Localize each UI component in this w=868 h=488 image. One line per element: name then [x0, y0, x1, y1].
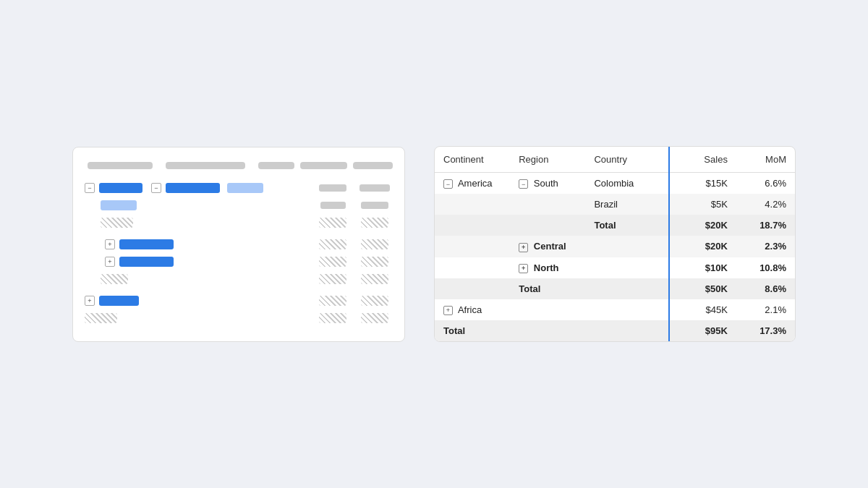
- col1-row1: [315, 184, 351, 192]
- td-mom-brazil: 4.2%: [736, 194, 795, 215]
- region-south-label: South: [534, 178, 558, 189]
- table-body: − America − South Colombia $15K 6.6% Bra…: [435, 173, 795, 341]
- td-sales-brazil: $5K: [669, 194, 736, 215]
- col1-row2: [315, 202, 351, 209]
- bar-america: [99, 183, 142, 193]
- td-sales-north: $10K: [669, 257, 736, 278]
- bar-south-light: [227, 183, 263, 193]
- toggle-north-icon[interactable]: +: [519, 264, 528, 273]
- toggle-america[interactable]: −: [85, 183, 95, 193]
- lp-row-central: +: [85, 236, 393, 253]
- td-sales-central: $20K: [669, 236, 736, 257]
- continent-africa-label: Africa: [458, 304, 482, 315]
- col-hatched-1: [319, 218, 346, 228]
- lp-cols-row7: [315, 296, 393, 306]
- td-sales-south-total: $20K: [669, 215, 736, 236]
- col2-row2: [357, 202, 393, 209]
- toggle-south[interactable]: −: [151, 183, 161, 193]
- th-region: Region: [510, 147, 585, 173]
- table-row-north: + North $10K 10.8%: [435, 257, 795, 278]
- toggle-africa-icon[interactable]: +: [443, 306, 453, 315]
- col-hatched-12: [361, 313, 388, 323]
- th-sales: Sales: [669, 147, 736, 173]
- td-mom-central: 2.3%: [736, 236, 795, 257]
- header-pill-1: [88, 162, 153, 169]
- col1-row6: [315, 274, 351, 284]
- table-row-central: + Central $20K 2.3%: [435, 236, 795, 257]
- td-region-blank-brazil: [510, 194, 585, 215]
- table-row-colombia: − America − South Colombia $15K 6.6%: [435, 173, 795, 194]
- col2-row7: [357, 296, 393, 306]
- td-sales-colombia: $15K: [669, 173, 736, 194]
- right-panel: Continent Region Country Sales MoM − Ame…: [434, 146, 796, 341]
- col-gray-1: [319, 184, 346, 192]
- bar-south: [166, 183, 220, 193]
- td-continent-blank-atotal: [435, 278, 510, 299]
- header-row: Continent Region Country Sales MoM: [435, 147, 795, 173]
- lp-cols-row4: [315, 239, 393, 249]
- td-continent-blank-brazil: [435, 194, 510, 215]
- lp-header-row: [85, 162, 393, 169]
- td-sales-africa: $45K: [669, 299, 736, 320]
- col1-row3: [315, 218, 351, 228]
- td-region-atotal: Total: [510, 278, 585, 299]
- td-continent-africa: + Africa: [435, 299, 510, 320]
- table-row-brazil: Brazil $5K 4.2%: [435, 194, 795, 215]
- col-hatched-9: [319, 296, 346, 306]
- col-hatched-4: [361, 239, 388, 249]
- th-continent: Continent: [435, 147, 510, 173]
- lp-row-hatched-1: [85, 214, 393, 231]
- toggle-africa[interactable]: +: [85, 296, 95, 306]
- toggle-central-icon[interactable]: +: [519, 243, 528, 252]
- td-mom-africa: 2.1%: [736, 299, 795, 320]
- col2-row5: [357, 257, 393, 267]
- bar-africa: [99, 296, 139, 306]
- table-header: Continent Region Country Sales MoM: [435, 147, 795, 173]
- lp-row-grand-hatched: [85, 309, 393, 327]
- lp-cols-row8: [315, 313, 393, 323]
- td-country-blank-africa: [585, 299, 669, 320]
- td-country-blank-grand: [585, 320, 669, 341]
- col-hatched-10: [361, 296, 388, 306]
- th-country: Country: [585, 147, 669, 173]
- col-hatched-3: [319, 239, 346, 249]
- table-row-grand-total: Total $95K 17.3%: [435, 320, 795, 341]
- td-sales-grand: $95K: [669, 320, 736, 341]
- bar-central: [119, 239, 174, 249]
- bar-grand-hatched: [85, 313, 117, 323]
- col-hatched-5: [319, 257, 346, 267]
- td-region-north: + North: [510, 257, 585, 278]
- lp-row-america: − −: [85, 179, 393, 197]
- col1-row8: [315, 313, 351, 323]
- col-hatched-6: [361, 257, 388, 267]
- td-continent-blank-central: [435, 236, 510, 257]
- td-continent-blank-north: [435, 257, 510, 278]
- left-panel: − −: [72, 147, 405, 342]
- toggle-central[interactable]: +: [105, 239, 115, 249]
- td-country-south-total: Total: [585, 215, 669, 236]
- col2-row4: [357, 239, 393, 249]
- col-hatched-8: [361, 274, 388, 284]
- col1-row5: [315, 257, 351, 267]
- td-country-colombia: Colombia: [585, 173, 669, 194]
- table-row-africa: + Africa $45K 2.1%: [435, 299, 795, 320]
- col-gray-4: [361, 202, 388, 209]
- td-country-blank-north: [585, 257, 669, 278]
- header-pill-5: [353, 162, 393, 169]
- lp-cols-row1: [315, 184, 393, 192]
- td-mom-colombia: 6.6%: [736, 173, 795, 194]
- td-continent-america: − America: [435, 173, 510, 194]
- bar-hatched-total: [101, 274, 128, 284]
- toggle-south-icon[interactable]: −: [519, 179, 528, 189]
- header-pill-3: [258, 162, 294, 169]
- toggle-north[interactable]: +: [105, 257, 115, 267]
- col-hatched-2: [361, 218, 388, 228]
- col-hatched-11: [319, 313, 346, 323]
- td-continent-grand: Total: [435, 320, 510, 341]
- bar-hatched-1: [101, 218, 133, 228]
- lp-row-south-sub: [85, 197, 393, 214]
- col2-row3: [357, 218, 393, 228]
- bar-north: [119, 257, 174, 267]
- td-country-brazil: Brazil: [585, 194, 669, 215]
- toggle-america-icon[interactable]: −: [443, 179, 453, 189]
